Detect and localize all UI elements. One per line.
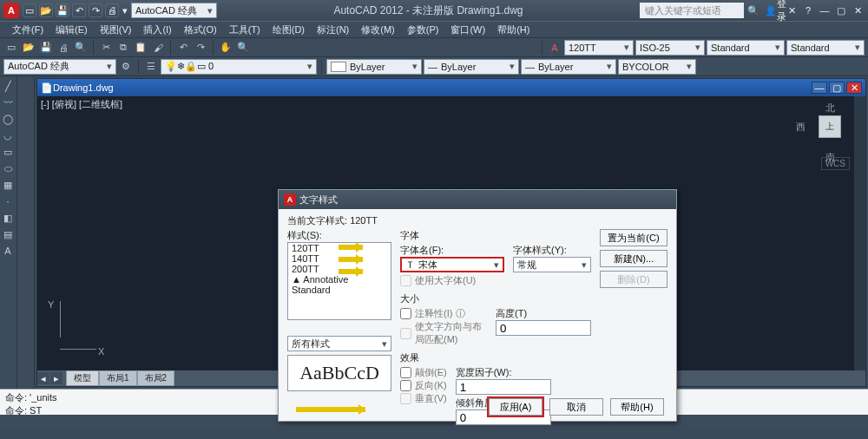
annotation-arrow-icon [339,269,363,274]
layer-combo[interactable]: 💡❄🔒▭ 0▾ [161,59,317,75]
menu-bar: 文件(F) 编辑(E) 视图(V) 插入(I) 格式(O) 工具(T) 绘图(D… [0,21,868,38]
tab-next-icon[interactable]: ▸ [50,372,62,384]
arc-icon[interactable]: ◡ [0,128,16,143]
menu-view[interactable]: 视图(V) [95,23,137,36]
styles-list[interactable]: 120TT 140TT 200TT ▲ Annotative Standard [287,242,391,320]
set-current-button[interactable]: 置为当前(C) [600,229,667,246]
hatch-icon[interactable]: ▦ [0,177,16,193]
font-style-combo[interactable]: 常规▾ [513,257,591,272]
region-icon[interactable]: ◧ [0,210,16,226]
font-group-label: 字体 [400,229,591,242]
close-icon[interactable]: ✕ [851,3,865,17]
apply-button[interactable]: 应用(A) [489,398,542,416]
tb-cut-icon[interactable]: ✂ [98,40,114,56]
width-factor-input[interactable] [456,379,551,395]
styles-label: 样式(S): [287,229,391,242]
help-icon[interactable]: ? [801,3,815,17]
doc-minimize-icon[interactable]: — [812,82,827,94]
tb-match-icon[interactable]: 🖌 [150,40,166,56]
menu-help[interactable]: 帮助(H) [492,23,535,36]
tab-layout2[interactable]: 布局2 [137,370,175,386]
upside-down-checkbox[interactable] [400,367,411,378]
circle-icon[interactable]: ◯ [0,111,16,127]
layer-mgr-icon[interactable]: ☰ [143,59,159,75]
font-name-combo[interactable]: Ｔ 宋体▾ [400,257,504,272]
list-item[interactable]: Standard [288,285,391,295]
search-input[interactable]: 键入关键字或短语 [640,3,744,18]
tb-new-icon[interactable]: ▭ [3,40,19,56]
mtext-icon[interactable]: A [0,243,16,259]
menu-tools[interactable]: 工具(T) [224,23,266,36]
ws-gear-icon[interactable]: ⚙ [118,59,134,75]
textstyle-combo[interactable]: 120TT▾ [564,40,634,56]
tab-prev-icon[interactable]: ◂ [37,372,49,384]
doc-maximize-icon[interactable]: ▢ [829,82,845,94]
tb-paste-icon[interactable]: 📋 [133,40,148,56]
color-combo[interactable]: ByLayer▾ [326,59,422,75]
menu-format[interactable]: 格式(O) [179,23,222,36]
app-logo-icon[interactable]: A [3,3,19,18]
menu-draw[interactable]: 绘图(D) [267,23,310,36]
table-icon[interactable]: ▤ [0,226,16,242]
qat-undo-icon[interactable]: ↶ [72,3,86,17]
minimize-icon[interactable]: — [818,3,832,17]
height-input[interactable] [496,320,591,336]
tab-model[interactable]: 模型 [66,370,99,386]
linetype-combo[interactable]: —ByLayer▾ [424,59,519,75]
list-item[interactable]: ▲ Annotative [288,274,391,285]
menu-file[interactable]: 文件(F) [7,23,49,36]
rect-icon[interactable]: ▭ [0,144,16,160]
qat-more-icon[interactable]: ▾ [122,5,128,16]
menu-edit[interactable]: 编辑(E) [50,23,93,36]
backwards-checkbox[interactable] [400,380,411,391]
effects-group-label: 效果 [400,351,591,364]
tb-save-icon[interactable]: 💾 [38,40,54,56]
style-filter-combo[interactable]: 所有样式▾ [287,336,391,351]
doc-close-icon[interactable]: ✕ [846,82,862,94]
annotative-checkbox[interactable] [400,308,411,319]
help-button[interactable]: 帮助(H) [610,398,664,416]
menu-window[interactable]: 窗口(W) [445,23,490,36]
cancel-button[interactable]: 取消 [549,398,603,416]
tb-copy-icon[interactable]: ⧉ [115,40,131,56]
view-cube[interactable]: 北 南 西 东 上 [806,103,855,152]
qat-redo-icon[interactable]: ↷ [89,3,102,17]
menu-insert[interactable]: 插入(I) [138,23,176,36]
qat-open-icon[interactable]: 📂 [39,3,53,17]
workspace-selector[interactable]: AutoCAD 经典 ▾ [131,3,217,18]
tb-preview-icon[interactable]: 🔍 [73,40,89,56]
tb-print-icon[interactable]: 🖨 [56,40,71,56]
exchange-icon[interactable]: ✕ [785,3,799,17]
point-icon[interactable]: · [0,193,16,209]
tb-pan-icon[interactable]: ✋ [218,40,233,56]
tablestyle-combo[interactable]: Standard▾ [707,40,785,56]
lineweight-combo[interactable]: —ByLayer▾ [521,59,616,75]
search-icon[interactable]: 🔍 [747,5,760,16]
workspace-combo[interactable]: AutoCAD 经典▾ [3,59,116,75]
maximize-icon[interactable]: ▢ [834,3,848,17]
ellipse-icon[interactable]: ⬭ [0,161,16,176]
qat-print-icon[interactable]: 🖨 [105,3,119,17]
viewport-label[interactable]: [-] [俯视] [二维线框] [41,98,122,111]
textstyle-icon[interactable]: A [547,40,562,56]
menu-param[interactable]: 参数(P) [402,23,444,36]
tab-layout1[interactable]: 布局1 [99,370,137,386]
annotation-arrow-icon [339,245,363,250]
menu-dim[interactable]: 标注(N) [312,23,354,36]
login-button[interactable]: 👤登录 [768,3,782,17]
new-style-button[interactable]: 新建(N)... [600,250,667,267]
dialog-titlebar[interactable]: A 文字样式 [279,190,676,209]
line-icon[interactable]: ╱ [0,78,16,94]
qat-save-icon[interactable]: 💾 [56,3,69,17]
menu-modify[interactable]: 修改(M) [356,23,400,36]
scrollbar-vertical[interactable] [853,96,865,370]
pline-icon[interactable]: 〰 [0,95,16,110]
tb-open-icon[interactable]: 📂 [21,40,36,56]
tb-zoom-icon[interactable]: 🔍 [235,40,251,56]
plotstyle-combo[interactable]: BYCOLOR▾ [618,59,696,75]
tb-undo-icon[interactable]: ↶ [175,40,191,56]
dimstyle-combo[interactable]: ISO-25▾ [635,40,705,56]
qat-new-icon[interactable]: ▭ [23,3,36,17]
mleaderstyle-combo[interactable]: Standard▾ [786,40,865,56]
tb-redo-icon[interactable]: ↷ [193,40,208,56]
